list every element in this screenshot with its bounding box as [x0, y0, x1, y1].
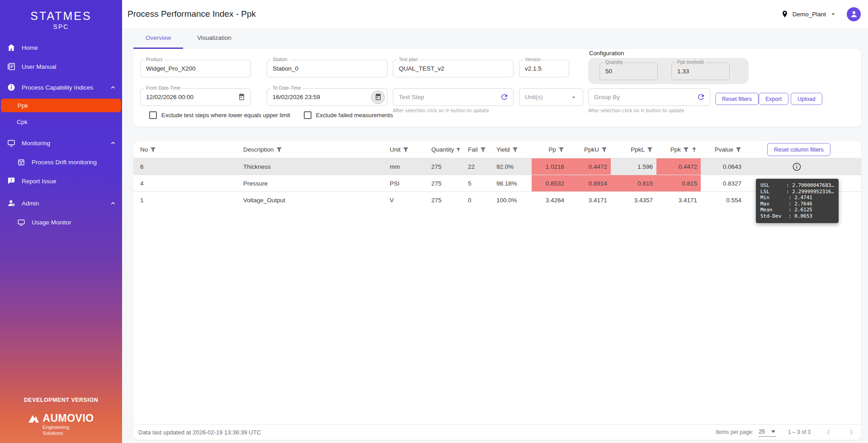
tooltip-row: Min2.4741: [760, 195, 834, 201]
cell-ppku: 0.4472: [568, 158, 611, 175]
items-per-page-select[interactable]: 25: [758, 428, 776, 437]
sidebar-item-usage-monitor[interactable]: Usage Monitor: [0, 214, 122, 231]
column-header-ppkl[interactable]: PpkL: [611, 141, 656, 158]
column-header-quantity[interactable]: Quantity: [424, 141, 461, 158]
row-actions-cell: [745, 158, 861, 175]
filter-icon[interactable]: [683, 147, 689, 152]
station-field[interactable]: Station: [267, 60, 387, 77]
table-row[interactable]: 4PressurePSI275598.18%0.85320.89140.8150…: [133, 175, 861, 191]
column-header-ppku[interactable]: PpkU: [568, 141, 611, 158]
to-date-calendar-button[interactable]: [371, 91, 385, 104]
cell-ppkl: 0.815: [611, 175, 656, 191]
quantity-field[interactable]: Quantity: [599, 62, 658, 80]
to-date-field[interactable]: To Date-Time: [267, 88, 387, 106]
filter-icon[interactable]: [403, 147, 409, 152]
logo-text: AUMOVIO: [42, 412, 94, 424]
plant-name: Demo_Plant: [793, 11, 826, 18]
column-header-no[interactable]: No: [133, 141, 236, 158]
filter-icon[interactable]: [150, 147, 156, 152]
app-root: STATMES SPC Home User Manual Process Cap…: [0, 0, 868, 443]
tab-overview[interactable]: Overview: [133, 28, 183, 49]
column-header-unit[interactable]: Unit: [382, 141, 424, 158]
sidebar: STATMES SPC Home User Manual Process Cap…: [0, 0, 122, 443]
version-label: Version: [523, 57, 542, 62]
filter-icon[interactable]: [456, 147, 461, 152]
next-page-button[interactable]: [847, 428, 856, 437]
quantity-label: Quantity: [604, 59, 625, 65]
filter-icon[interactable]: [647, 147, 653, 152]
sidebar-item-process-capability-indices[interactable]: Process Capability Indices: [0, 76, 122, 99]
table-row[interactable]: 1Voltage_OutputV2750100.0%3.42643.41713.…: [133, 191, 861, 208]
sidebar-item-label: Report Issue: [22, 178, 57, 185]
cell-no: 4: [133, 175, 236, 191]
ppk-treshold-field[interactable]: Ppk treshold: [671, 62, 730, 80]
report-issue-icon: [7, 176, 16, 186]
filter-icon[interactable]: [601, 147, 607, 152]
sidebar-item-user-manual[interactable]: User Manual: [0, 57, 122, 76]
test-step-field[interactable]: [393, 88, 514, 106]
configuration-title: Configuration: [589, 50, 749, 57]
group-by-input[interactable]: [588, 88, 710, 106]
test-plan-field[interactable]: Test plan: [393, 60, 514, 77]
filter-icon[interactable]: [276, 147, 282, 152]
sidebar-item-ppk[interactable]: Ppk: [1, 99, 121, 112]
from-date-field[interactable]: From Date-Time: [140, 88, 251, 106]
checkbox-icon: [304, 111, 311, 119]
user-avatar[interactable]: [847, 7, 861, 21]
sidebar-item-monitoring[interactable]: Monitoring: [0, 131, 122, 155]
pagination: Items per page: 25 1 – 3 of 3: [716, 428, 856, 437]
group-by-refresh-button[interactable]: [694, 91, 708, 104]
checkbox-exclude-failed[interactable]: Exclude failed measurements: [304, 111, 393, 119]
calendar-icon: [374, 93, 382, 101]
export-button[interactable]: Export: [759, 93, 788, 105]
refresh-icon: [697, 93, 705, 101]
to-date-label: To Date-Time: [271, 85, 303, 91]
page-range-label: 1 – 3 of 3: [788, 429, 811, 435]
filter-icon[interactable]: [558, 147, 564, 152]
sidebar-item-admin[interactable]: Admin: [0, 193, 122, 214]
location-pin-icon: [781, 10, 789, 18]
reset-filters-button[interactable]: Reset filters: [715, 93, 759, 105]
sort-ascending-icon[interactable]: [691, 147, 697, 152]
sidebar-item-cpk[interactable]: Cpk: [0, 112, 122, 131]
column-header-pp[interactable]: Pp: [532, 141, 568, 158]
previous-page-button[interactable]: [824, 428, 833, 437]
brand-title: STATMES: [0, 9, 122, 23]
from-date-calendar-button[interactable]: [235, 91, 248, 104]
chevron-left-icon: [824, 428, 833, 437]
column-header-description[interactable]: Description: [236, 141, 382, 158]
tab-visualization[interactable]: Visualization: [183, 28, 245, 49]
caret-down-icon[interactable]: [567, 91, 580, 104]
group-by-field[interactable]: [588, 88, 710, 106]
cell-ppku: 3.4171: [568, 192, 611, 208]
column-header-ppk[interactable]: Ppk: [656, 141, 701, 158]
topbar: Process Performance Index - Ppk Demo_Pla…: [122, 0, 868, 28]
cell-ppk: 0.815: [656, 175, 701, 191]
cell-fail: 5: [461, 175, 489, 191]
test-step-input[interactable]: [393, 88, 514, 106]
column-header-pvalue[interactable]: Pvalue: [701, 141, 745, 158]
units-select[interactable]: [519, 88, 583, 106]
table-row[interactable]: 6Thicknessmm2752292.0%1.02160.44721.5960…: [133, 158, 861, 175]
filter-icon[interactable]: [480, 147, 486, 152]
sidebar-item-report-issue[interactable]: Report Issue: [0, 169, 122, 193]
column-header-fail[interactable]: Fail: [461, 141, 489, 158]
row-info-button[interactable]: [793, 162, 801, 171]
filter-icon[interactable]: [512, 147, 518, 152]
cell-quantity: 275: [424, 192, 461, 208]
reset-column-filters-button[interactable]: Reset column filters: [767, 143, 830, 156]
test-step-refresh-button[interactable]: [497, 91, 511, 104]
sidebar-item-home[interactable]: Home: [0, 38, 122, 57]
column-header-yield[interactable]: Yield: [489, 141, 532, 158]
version-field[interactable]: Version: [519, 60, 569, 77]
checkbox-exclude-equal-limits[interactable]: Exclude test steps where lower equals up…: [149, 111, 290, 119]
sidebar-item-process-drift-monitoring[interactable]: Process Drift monitoring: [0, 155, 122, 169]
sidebar-item-label: Admin: [22, 200, 39, 207]
chevron-up-icon: [110, 200, 116, 206]
plant-selector[interactable]: Demo_Plant: [781, 10, 837, 18]
tooltip-row: USL2.70000047683…: [760, 182, 834, 189]
company-logo: AUMOVIO Engineering Solutions: [28, 412, 94, 437]
product-field[interactable]: Product: [140, 60, 251, 77]
filter-icon[interactable]: [736, 147, 741, 152]
upload-button[interactable]: Upload: [791, 93, 822, 105]
